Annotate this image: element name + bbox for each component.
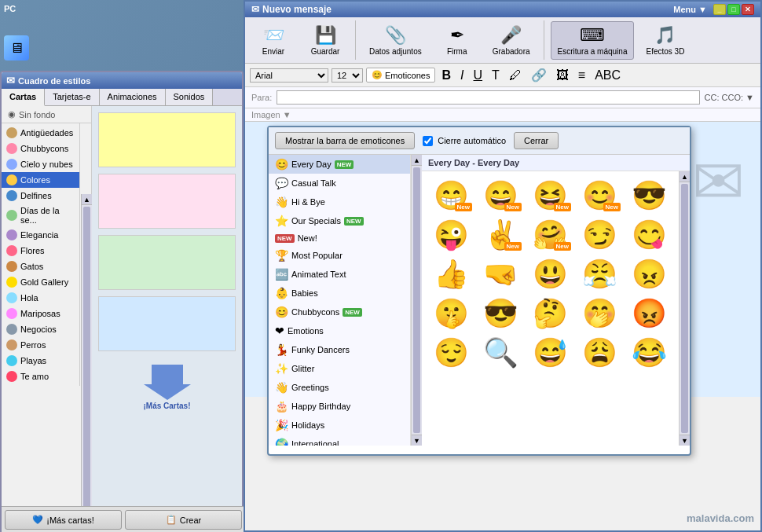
underline-button[interactable]: U — [471, 67, 486, 84]
preview-yellow[interactable] — [98, 112, 236, 167]
list-item-antiguedades[interactable]: Antigüedades — [2, 125, 79, 141]
cat-greetings[interactable]: 👋 Greetings — [269, 378, 410, 397]
close-btn[interactable]: ✕ — [742, 4, 754, 15]
maximize-btn[interactable]: □ — [727, 4, 740, 15]
spell-button[interactable]: ABC — [592, 67, 624, 84]
tab-sonidos[interactable]: Sonidos — [166, 89, 214, 105]
list-item-cielo[interactable]: Cielo y nubes — [2, 156, 79, 172]
minimize-btn[interactable]: _ — [713, 4, 726, 15]
emoji-item-11[interactable]: 👍 — [428, 256, 474, 292]
emoji-item-22[interactable]: 🔍 — [478, 335, 524, 371]
emoji-item-7[interactable]: ✌ New — [478, 217, 524, 253]
cat-funky[interactable]: 💃 Funky Dancers — [269, 340, 410, 359]
cat-animated[interactable]: 🔤 Animated Text — [269, 265, 410, 284]
cat-everyday[interactable]: 😊 Every Day NEW — [269, 155, 410, 174]
emoji-item-5[interactable]: 😎 — [626, 178, 672, 214]
mas-cartas-button[interactable]: 💙 ¡Más cartas! — [5, 510, 122, 530]
emoji-item-24[interactable]: 😩 — [577, 335, 623, 371]
escritura-button[interactable]: ⌨ Escritura a máquina — [551, 21, 635, 60]
guardar-button[interactable]: 💾 Guardar — [302, 21, 349, 60]
close-panel-button[interactable]: Cerrar — [514, 132, 559, 149]
preview-lightblue[interactable] — [98, 296, 236, 351]
font-select[interactable]: Arial — [250, 68, 328, 83]
scroll-up-btn[interactable]: ▲ — [82, 194, 92, 205]
italic-button[interactable]: I — [457, 67, 467, 84]
list-item-gold[interactable]: Gold Gallery — [2, 274, 79, 290]
highlight-button[interactable]: 🖊 — [506, 67, 525, 84]
cat-birthday[interactable]: 🎂 Happy Birthday — [269, 397, 410, 416]
emoji-item-3[interactable]: 😆 New — [527, 178, 573, 214]
size-select[interactable]: 12 — [332, 68, 363, 83]
list-item-negocios[interactable]: Negocios — [2, 321, 79, 337]
list-item-gatos[interactable]: Gatos — [2, 259, 79, 274]
emoji-scroll-up[interactable]: ▲ — [680, 171, 690, 182]
list-item-mariposas[interactable]: Mariposas — [2, 306, 79, 321]
list-item-perros[interactable]: Perros — [2, 337, 79, 353]
emoji-item-15[interactable]: 😠 — [626, 256, 672, 292]
cat-popular[interactable]: 🏆 Most Popular — [269, 246, 410, 265]
cat-glitter[interactable]: ✨ Glitter — [269, 359, 410, 378]
emoji-item-21[interactable]: 😌 — [428, 335, 474, 371]
auto-close-checkbox[interactable] — [423, 136, 433, 146]
emoji-item-14[interactable]: 😤 — [577, 256, 623, 292]
cat-holidays[interactable]: 🎉 Holidays — [269, 416, 410, 435]
link-button[interactable]: 🔗 — [528, 66, 550, 84]
emoji-item-19[interactable]: 🤭 — [577, 295, 623, 332]
para-input[interactable] — [277, 90, 699, 105]
emoji-item-18[interactable]: 🤔 — [527, 295, 573, 332]
tab-tarjetas[interactable]: Tarjetas-e — [45, 89, 99, 105]
grabadora-button[interactable]: 🎤 Grabadora — [485, 21, 537, 60]
firma-button[interactable]: ✒ Firma — [434, 21, 481, 60]
enviar-button[interactable]: 📨 Enviar — [250, 21, 297, 60]
show-bar-button[interactable]: Mostrar la barra de emoticones — [275, 132, 415, 149]
cat-scroll-down[interactable]: ▼ — [412, 435, 422, 446]
emoji-item-16[interactable]: 🤫 — [428, 295, 474, 332]
emoji-item-6[interactable]: 😜 — [428, 217, 474, 253]
sin-fondo-option[interactable]: ◉ Sin fondo — [2, 106, 91, 123]
emoji-item-12[interactable]: 🤜 — [478, 256, 524, 292]
emoji-item-17[interactable]: 😎 — [478, 295, 524, 332]
cat-casual[interactable]: 💬 Casual Talk — [269, 174, 410, 193]
list-item-dias[interactable]: Días de la se... — [2, 204, 79, 227]
emoji-item-9[interactable]: 😏 — [577, 217, 623, 253]
desktop-icon[interactable]: 🖥 — [4, 35, 29, 61]
cat-specials[interactable]: ⭐ Our Specials NEW — [269, 211, 410, 230]
img-button[interactable]: 🖼 — [553, 67, 572, 84]
cat-international[interactable]: 🌍 International — [269, 435, 410, 446]
menu-btn[interactable]: Menu ▼ — [673, 5, 707, 14]
emoji-item-4[interactable]: 😊 New — [577, 178, 623, 214]
efectos-button[interactable]: 🎵 Efectos 3D — [639, 21, 691, 60]
emoji-item-13[interactable]: 😃 — [527, 256, 573, 292]
cat-emotions[interactable]: ❤ Emotions — [269, 321, 410, 340]
list-item-colores[interactable]: Colores — [2, 172, 79, 188]
emoji-item-20[interactable]: 😡 — [626, 295, 672, 332]
emoji-scroll-down[interactable]: ▼ — [680, 435, 690, 446]
preview-pink[interactable] — [98, 174, 236, 229]
cat-chubbycons[interactable]: 😊 Chubbycons NEW — [269, 303, 410, 321]
preview-green[interactable] — [98, 235, 236, 290]
cat-hibye[interactable]: 👋 Hi & Bye — [269, 193, 410, 211]
list-button[interactable]: ≡ — [575, 67, 588, 84]
crear-button[interactable]: 📋 Crear — [125, 510, 242, 530]
tab-cartas[interactable]: Cartas — [2, 89, 45, 106]
list-item-chubbycons[interactable]: Chubbycons — [2, 141, 79, 156]
tab-animaciones[interactable]: Animaciones — [100, 89, 166, 105]
list-item-teamo[interactable]: Te amo — [2, 369, 79, 384]
emoji-item-8[interactable]: 🤗 New — [527, 217, 573, 253]
list-item-flores[interactable]: Flores — [2, 243, 79, 259]
list-item-hola[interactable]: Hola — [2, 290, 79, 306]
emoji-item-23[interactable]: 😅 — [527, 335, 573, 371]
cat-new[interactable]: NEW New! — [269, 230, 410, 246]
emoji-item-10[interactable]: 😋 — [626, 217, 672, 253]
text-color-button[interactable]: T — [489, 67, 503, 84]
datos-adjuntos-button[interactable]: 📎 Datos adjuntos — [362, 21, 429, 60]
emoticones-button[interactable]: 😊 Emoticones — [366, 68, 435, 83]
emoji-item-1[interactable]: 😁 New — [428, 178, 474, 214]
cat-scroll-up[interactable]: ▲ — [412, 155, 422, 166]
emoji-item-25[interactable]: 😂 — [626, 335, 672, 371]
list-item-playas[interactable]: Playas — [2, 353, 79, 369]
emoji-item-2[interactable]: 😄 New — [478, 178, 524, 214]
list-item-elegancia[interactable]: Elegancia — [2, 227, 79, 243]
list-item-delfines[interactable]: Delfines — [2, 188, 79, 204]
bold-button[interactable]: B — [438, 67, 454, 84]
